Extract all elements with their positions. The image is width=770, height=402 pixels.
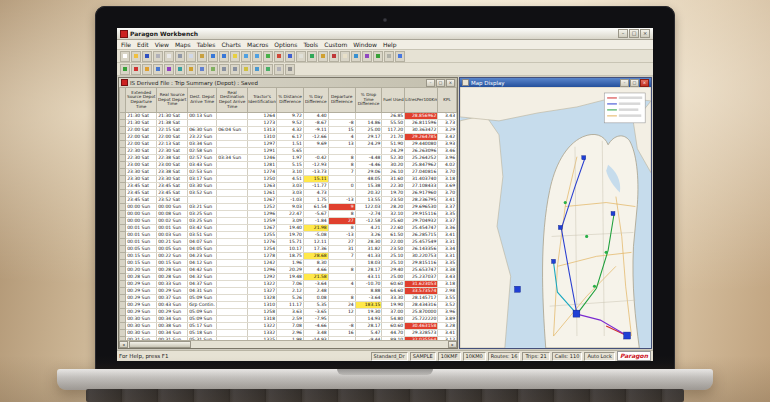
column-header[interactable]: Fuel Used: [382, 88, 405, 113]
table-row[interactable]: 00:29 Sun00:33 Sun04:37 Sun13227.06-3.64…: [120, 281, 457, 288]
close-button[interactable]: ×: [446, 79, 455, 87]
column-header[interactable]: Dest. Depot Arrive Time: [188, 88, 217, 113]
table-row[interactable]: 00:30 Sun00:34 Sun05:18 Sun13322.963.481…: [120, 330, 457, 337]
load-icon[interactable]: [197, 64, 207, 75]
column-header[interactable]: % Day Difference: [303, 88, 328, 113]
undo-icon[interactable]: [208, 51, 218, 62]
zoom-out-icon[interactable]: [252, 51, 262, 62]
copy-icon[interactable]: [186, 51, 196, 62]
options-icon[interactable]: [384, 51, 394, 62]
scroll-right-icon[interactable]: ▸: [448, 341, 457, 348]
table-row[interactable]: 00:15 Sun00:15 Sun04:12 Sun12421.968.301…: [120, 260, 457, 267]
calendar-icon[interactable]: [340, 51, 350, 62]
table-row[interactable]: 22:00 Sat22:13 Sat03:34 Sun12971.519.691…: [120, 141, 457, 148]
horizontal-scrollbar[interactable]: ◂ ▸: [119, 340, 457, 348]
unlink-icon[interactable]: [230, 64, 240, 75]
pause-icon[interactable]: [142, 64, 152, 75]
table-row[interactable]: 00:29 Sun00:29 Sun05:09 Sun12583.63-3.65…: [120, 309, 457, 316]
table-row[interactable]: 21:30 Sat21:38 Sat12739.52-8.67-814.8655…: [120, 120, 457, 127]
table-row[interactable]: 00:30 Sun00:34 Sun05:09 Sun13182.59-7.95…: [120, 316, 457, 323]
table-row[interactable]: 00:28 Sun00:28 Sun04:32 Sun129219.4821.5…: [120, 274, 457, 281]
table-row[interactable]: 00:01 Sun00:21 Sun04:07 Sun127615.7112.1…: [120, 239, 457, 246]
table-row[interactable]: 23:30 Sat23:38 Sat02:53 Sun12743.10-13.7…: [120, 169, 457, 176]
menu-charts[interactable]: Charts: [221, 41, 241, 48]
cost-icon[interactable]: [186, 64, 196, 75]
stop-icon[interactable]: [131, 64, 141, 75]
table-row[interactable]: 21:30 Sat21:30 Sat00:13 Sun12649.724.402…: [120, 113, 457, 120]
minimize-button[interactable]: –: [620, 79, 629, 87]
minimize-button[interactable]: –: [426, 79, 435, 87]
table-row[interactable]: 22:00 Sat22:15 Sat06:30 Sun06:04 Sun1313…: [120, 127, 457, 134]
table-row[interactable]: 00:01 Sun00:01 Sun03:42 Sun126719.4021.9…: [120, 225, 457, 232]
print-preview-icon[interactable]: [164, 51, 174, 62]
open-folder-icon[interactable]: [131, 51, 141, 62]
menu-tools[interactable]: Tools: [303, 41, 318, 48]
table-row[interactable]: 23:45 Sat23:45 Sat03:30 Sun12633.03-11.7…: [120, 183, 457, 190]
menu-macros[interactable]: Macros: [247, 41, 268, 48]
map-icon[interactable]: [263, 51, 273, 62]
scrollbar-thumb[interactable]: [129, 341, 191, 348]
menu-edit[interactable]: Edit: [137, 41, 149, 48]
table-row[interactable]: 23:30 Sat23:30 Sat03:17 Sun12504.5115.11…: [120, 176, 457, 183]
column-header[interactable]: Extended Source Depot Departure Time: [126, 88, 157, 113]
menu-help[interactable]: Help: [383, 41, 397, 48]
table-row[interactable]: 00:00 Sun00:08 Sun03:25 Sun129622.47-5.6…: [120, 211, 457, 218]
close-button[interactable]: ×: [640, 29, 650, 38]
table-icon[interactable]: [274, 51, 284, 62]
menu-custom[interactable]: Custom: [324, 41, 347, 48]
table-row[interactable]: 00:00 Sun00:02 Sun03:25 Sun12593.09-1.84…: [120, 218, 457, 225]
table-row[interactable]: 23:45 Sat23:45 Sat03:52 Sun12613.034.732…: [120, 190, 457, 197]
run-icon[interactable]: [120, 64, 130, 75]
lock-icon[interactable]: [241, 64, 251, 75]
table-row[interactable]: 00:29 Sun00:29 Sun04:31 Sun13272.122.488…: [120, 288, 457, 295]
cut-icon[interactable]: [175, 51, 185, 62]
table-row[interactable]: 00:15 Sun00:22 Sun04:23 Sun127818.7528.6…: [120, 253, 457, 260]
zoom-in-icon[interactable]: [241, 51, 251, 62]
route-icon[interactable]: [307, 51, 317, 62]
save-icon[interactable]: [142, 51, 152, 62]
filter-icon[interactable]: [362, 51, 372, 62]
export-icon[interactable]: [252, 64, 262, 75]
title-bar[interactable]: Paragon Workbench – □ ×: [117, 28, 653, 40]
column-header[interactable]: LitresPer100Km: [405, 88, 438, 113]
menu-view[interactable]: View: [155, 41, 169, 48]
table-row[interactable]: 00:29 Sun00:43 SunGrp Contin.131011.175.…: [120, 302, 457, 309]
map-display-titlebar[interactable]: Map Display – □ ×: [460, 78, 651, 87]
maximize-button[interactable]: □: [436, 79, 445, 87]
column-header[interactable]: % Drop Time Difference: [355, 88, 382, 113]
print-map-icon[interactable]: [274, 64, 284, 75]
chart-icon[interactable]: [285, 51, 295, 62]
refresh-icon[interactable]: [373, 51, 383, 62]
distance-icon[interactable]: [175, 64, 185, 75]
table-row[interactable]: 00:29 Sun00:37 Sun05:09 Sun13285.260.088…: [120, 295, 457, 302]
column-header[interactable]: Tractor's Identification: [248, 88, 277, 113]
link-icon[interactable]: [219, 64, 229, 75]
unload-icon[interactable]: [208, 64, 218, 75]
help-icon[interactable]: [395, 51, 405, 62]
settings-icon[interactable]: [285, 64, 295, 75]
table-row[interactable]: 00:01 Sun00:03 Sun03:51 Sun125519.70-5.0…: [120, 232, 457, 239]
table-row[interactable]: 00:00 Sun00:00 Sun03:21 Sun12529.0361.54…: [120, 204, 457, 211]
print-icon[interactable]: [153, 51, 163, 62]
import-icon[interactable]: [263, 64, 273, 75]
column-header[interactable]: Real Source Depot Depart Time: [157, 88, 188, 113]
table-row[interactable]: 00:30 Sun00:38 Sun05:17 Sun13227.08-4.66…: [120, 323, 457, 330]
maximize-button[interactable]: □: [630, 79, 639, 87]
table-row[interactable]: 23:00 Sat23:00 Sat03:43 Sun12815.15-12.9…: [120, 162, 457, 169]
minimize-button[interactable]: –: [618, 29, 628, 38]
table-row[interactable]: 00:05 Sun00:05 Sun04:05 Sun125410.1717.3…: [120, 246, 457, 253]
optimise-icon[interactable]: [164, 64, 174, 75]
menu-tables[interactable]: Tables: [197, 41, 216, 48]
close-button[interactable]: ×: [640, 79, 649, 87]
menu-file[interactable]: File: [121, 41, 131, 48]
menu-maps[interactable]: Maps: [175, 41, 191, 48]
column-header[interactable]: % Distance Difference: [277, 88, 304, 113]
clock-icon[interactable]: [351, 51, 361, 62]
menu-window[interactable]: Window: [353, 41, 377, 48]
depot-icon[interactable]: [329, 51, 339, 62]
redo-icon[interactable]: [219, 51, 229, 62]
trip-summary-titlebar[interactable]: IS Derived File : Trip Summary (Depot) :…: [119, 78, 457, 87]
report-icon[interactable]: [296, 51, 306, 62]
column-header[interactable]: Real Destination Depot Arrive Time: [217, 88, 248, 113]
table-row[interactable]: 22:30 Sat22:38 Sat02:57 Sun03:34 Sun1246…: [120, 155, 457, 162]
